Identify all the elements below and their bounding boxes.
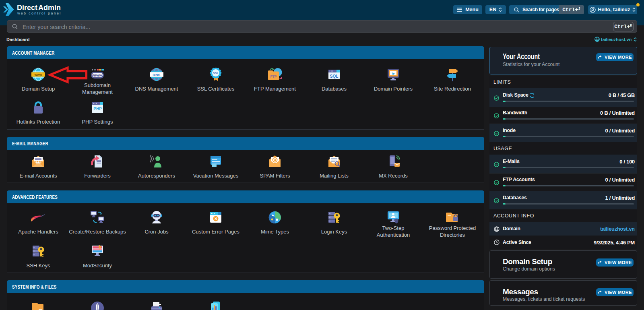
svg-text:www: www <box>34 73 42 76</box>
svg-text:SSL: SSL <box>213 71 219 75</box>
svg-text://www.: //www. <box>92 73 103 77</box>
svg-text:PHP: PHP <box>93 107 102 111</box>
svg-text:DNS: DNS <box>153 73 160 77</box>
svg-text:SQL: SQL <box>330 74 339 79</box>
svg-text:FTP: FTP <box>270 74 277 79</box>
